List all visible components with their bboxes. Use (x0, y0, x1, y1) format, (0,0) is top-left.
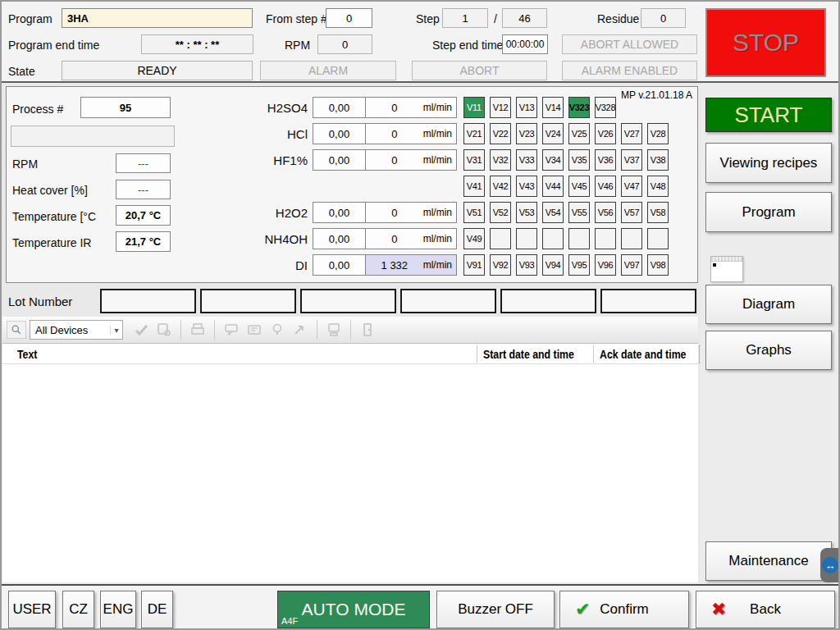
program-button[interactable]: Program (705, 192, 832, 232)
chem-flow-field: 0 (366, 128, 423, 140)
valve-button[interactable]: V55 (568, 202, 590, 223)
device-filter-select[interactable]: All Devices ▾ (30, 320, 123, 340)
device-icon[interactable] (322, 319, 345, 340)
program-input[interactable]: 3HA (62, 8, 253, 28)
valve-button[interactable]: V323 (568, 97, 590, 118)
chem-set-field: 0,00 (313, 124, 366, 144)
message-icon[interactable] (220, 319, 243, 340)
valve-button[interactable]: V41 (463, 176, 485, 197)
maintenance-button[interactable]: Maintenance (705, 541, 832, 581)
buzzer-off-button[interactable]: Buzzer OFF (436, 591, 555, 628)
valve-button[interactable]: V24 (542, 123, 564, 144)
export-icon[interactable] (289, 319, 312, 340)
valve-button[interactable]: V53 (516, 202, 537, 223)
hint-icon[interactable] (266, 319, 289, 340)
rpm-actual-label: RPM (12, 158, 38, 171)
remote-access-icon[interactable]: ↔ (820, 548, 840, 582)
chem-set-field: 0,00 (313, 229, 366, 249)
valve-button[interactable]: V49 (463, 228, 485, 249)
auto-mode-button[interactable]: AUTO MODE A4F (277, 591, 430, 628)
search-icon[interactable] (7, 321, 26, 339)
valve-button[interactable]: V32 (490, 149, 511, 171)
graphs-button[interactable]: Graphs (705, 331, 832, 370)
viewing-recipes-button[interactable]: Viewing recipes (705, 143, 832, 183)
valve-button[interactable]: V12 (490, 97, 511, 118)
valve-button[interactable]: V51 (463, 202, 485, 223)
valve-button[interactable]: V56 (595, 202, 616, 223)
valve-button[interactable]: V93 (516, 254, 537, 276)
valve-placeholder (568, 228, 590, 249)
valve-button[interactable]: V46 (595, 176, 616, 197)
back-button[interactable]: ✖ Back (696, 591, 835, 628)
lot-number-box[interactable] (100, 289, 196, 313)
valve-button[interactable]: V36 (595, 149, 616, 171)
valve-button[interactable]: V92 (490, 254, 511, 276)
chem-label: H2O2 (171, 206, 308, 220)
confirm-icon[interactable] (130, 319, 153, 340)
abort-allowed-button[interactable]: ABORT ALLOWED (562, 34, 697, 54)
ack-icon[interactable] (153, 319, 176, 340)
start-button[interactable]: START (705, 98, 832, 132)
auto-mode-sub-label: A4F (281, 616, 298, 626)
temperature-ir-label: Temperature IR (12, 236, 91, 249)
valve-button[interactable]: V95 (568, 254, 590, 276)
valve-button[interactable]: V22 (490, 123, 511, 144)
valve-button[interactable]: V45 (568, 176, 590, 197)
valve-button[interactable]: V94 (542, 254, 564, 276)
abort-button[interactable]: ABORT (412, 61, 547, 80)
lot-number-box[interactable] (200, 289, 296, 313)
cz-button[interactable]: CZ (62, 591, 94, 628)
dropdown-arrow-icon: ▾ (110, 326, 122, 335)
valve-button[interactable]: V28 (647, 123, 669, 144)
eng-button[interactable]: ENG (100, 591, 136, 628)
display-icon[interactable] (243, 319, 266, 340)
lot-number-box[interactable] (400, 289, 496, 313)
valve-button[interactable]: V52 (490, 202, 511, 223)
de-button[interactable]: DE (141, 591, 173, 628)
alarm-button[interactable]: ALARM (260, 61, 396, 80)
from-step-input[interactable]: 0 (326, 8, 372, 28)
valve-button[interactable]: V31 (463, 149, 485, 171)
valve-button[interactable]: V34 (542, 149, 564, 171)
valve-button[interactable]: V13 (516, 97, 537, 118)
valve-button[interactable]: V35 (568, 149, 590, 171)
valve-button[interactable]: V91 (463, 254, 485, 276)
step-current-field: 1 (442, 8, 488, 28)
valve-button[interactable]: V48 (647, 176, 669, 197)
exit-icon[interactable] (356, 319, 379, 340)
alarm-enabled-button[interactable]: ALARM ENABLED (562, 61, 697, 80)
chem-unit-label: ml/min (423, 102, 456, 113)
lot-number-box[interactable] (300, 289, 396, 313)
valve-button[interactable]: V21 (463, 123, 485, 144)
confirm-button[interactable]: ✔ Confirm (559, 591, 689, 628)
chem-unit-label: ml/min (423, 154, 456, 166)
valve-button[interactable]: V38 (647, 149, 669, 171)
valve-button[interactable]: V44 (542, 176, 564, 197)
valve-button[interactable]: V57 (621, 202, 642, 223)
valve-button[interactable]: V33 (516, 149, 537, 171)
stop-button[interactable]: STOP (705, 8, 826, 77)
valve-button[interactable]: V43 (516, 176, 537, 197)
diagram-button[interactable]: Diagram (705, 285, 832, 324)
valve-button[interactable]: V23 (516, 123, 537, 144)
valve-button[interactable]: V328 (595, 97, 616, 118)
valve-button[interactable]: V25 (568, 123, 590, 144)
valve-button[interactable]: V98 (647, 254, 669, 276)
valve-button[interactable]: V96 (595, 254, 616, 276)
valve-button[interactable]: V97 (621, 254, 642, 276)
valve-button[interactable]: V26 (595, 123, 616, 144)
valve-button[interactable]: V27 (621, 123, 642, 144)
valve-button[interactable]: V11 (463, 97, 485, 118)
valve-button[interactable]: V14 (542, 97, 564, 118)
valve-button[interactable]: V54 (542, 202, 564, 223)
valve-button[interactable]: V58 (647, 202, 669, 223)
valve-button[interactable]: V37 (621, 149, 642, 171)
user-button[interactable]: USER (8, 591, 56, 628)
print-icon[interactable] (186, 319, 209, 340)
lot-number-box[interactable] (500, 289, 596, 313)
version-text: MP v.21.01.18 A (621, 89, 692, 101)
table-header-start: Start date and time (483, 348, 574, 361)
lot-number-box[interactable] (600, 289, 696, 313)
valve-button[interactable]: V42 (490, 176, 511, 197)
valve-button[interactable]: V47 (621, 176, 642, 197)
